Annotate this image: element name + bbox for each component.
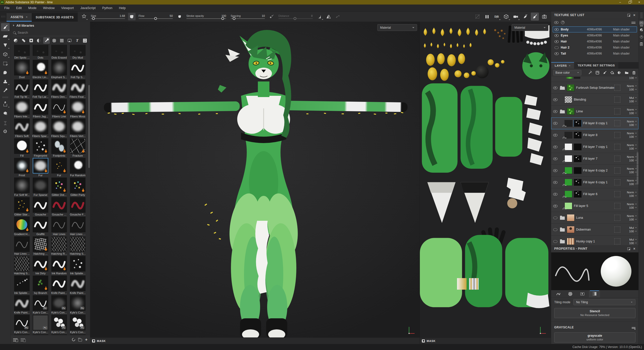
alignment-off-icon[interactable]: [473, 13, 481, 21]
asset-item[interactable]: Felt Tip Lar...: [31, 79, 50, 99]
asset-item[interactable]: Ink Random: [50, 256, 68, 276]
layer-opacity-dropdown[interactable]: 100: [629, 206, 637, 209]
asset-item[interactable]: Glitter Party: [68, 178, 87, 197]
layer-row[interactable]: Fill layer 5Norm100: [551, 200, 638, 212]
layer-row[interactable]: Fill layer 6Norm100: [551, 188, 638, 200]
clone-stamp-tool[interactable]: [1, 77, 10, 85]
viewport-3d[interactable]: Material MASK: [90, 22, 420, 344]
mask-slot[interactable]: [614, 179, 620, 185]
asset-item[interactable]: PsKyle's Con...: [68, 315, 87, 334]
asset-item[interactable]: Dots Erased: [50, 45, 68, 60]
sync-visibility-icon[interactable]: [554, 21, 558, 24]
geometry-fill-tool[interactable]: [1, 50, 10, 58]
shader-settings-icon[interactable]: [639, 28, 644, 32]
asset-item[interactable]: Fur: [50, 158, 68, 178]
asset-item[interactable]: Hair Lines: [50, 217, 68, 236]
layer-opacity-dropdown[interactable]: 100: [629, 88, 637, 91]
asset-item[interactable]: Glitter Star...: [13, 197, 31, 217]
asset-item[interactable]: Fur Sparse: [31, 178, 50, 197]
asset-item[interactable]: Ink Splatte...: [68, 256, 87, 276]
filter-brushes-icon[interactable]: [43, 37, 50, 44]
blend-mode-dropdown[interactable]: Norm: [627, 167, 637, 170]
add-effect-icon[interactable]: [588, 70, 593, 75]
asset-item[interactable]: PsKyle's Con...: [13, 315, 31, 334]
texture-set-row[interactable]: Hair4096x4096Main shader: [553, 38, 637, 45]
spacing-slider[interactable]: [231, 18, 265, 19]
layer-visibility-toggle[interactable]: [553, 169, 557, 172]
layer-row[interactable]: DobermanMul100: [551, 224, 638, 236]
mask-thumbnail[interactable]: [574, 155, 582, 162]
layer-opacity-dropdown[interactable]: 100: [629, 242, 637, 245]
asset-item[interactable]: Hatching R...: [50, 236, 68, 256]
fill-thumbnail[interactable]: [565, 120, 572, 127]
asset-item[interactable]: Fibers Inte...: [13, 99, 31, 119]
search-input[interactable]: [18, 31, 88, 34]
size-slider-group[interactable]: Size1.68: [89, 14, 127, 19]
asset-item[interactable]: [50, 334, 68, 335]
assets-scrollbar[interactable]: [88, 85, 90, 168]
fill-thumbnail[interactable]: [565, 132, 572, 139]
size-falloff-button[interactable]: [128, 13, 136, 20]
filter-smart-materials-icon[interactable]: [20, 37, 27, 44]
asset-item[interactable]: Dry Mud: [68, 45, 87, 60]
blend-mode-dropdown[interactable]: Norm: [627, 132, 637, 135]
asset-item[interactable]: Knife Paint...: [13, 295, 31, 315]
add-asset-icon[interactable]: +: [85, 338, 88, 341]
blend-mode-dropdown[interactable]: Norm: [627, 144, 637, 147]
lazy-mouse-icon[interactable]: [334, 13, 341, 20]
camera-view-icon[interactable]: [512, 13, 520, 21]
asset-item[interactable]: Fill: [13, 138, 31, 158]
layer-visibility-toggle[interactable]: [553, 146, 557, 148]
layer-visibility-toggle[interactable]: [553, 240, 557, 243]
fill-thumbnail[interactable]: [565, 179, 572, 186]
mask-slot[interactable]: [614, 238, 620, 244]
flow-slider[interactable]: [139, 18, 173, 19]
blend-mode-dropdown[interactable]: Mul: [629, 226, 637, 229]
export-tool[interactable]: [1, 100, 10, 108]
asset-item[interactable]: Fracture: [68, 138, 87, 158]
asset-item[interactable]: Gouache: [31, 197, 50, 217]
asset-item[interactable]: Fibers Line: [50, 99, 68, 119]
undock-panel-icon[interactable]: [627, 14, 630, 17]
solo-visibility-icon[interactable]: [561, 21, 565, 24]
asset-item[interactable]: Footprints: [50, 138, 68, 158]
filter-icon[interactable]: [631, 21, 635, 24]
layer-opacity[interactable]: 100: [629, 76, 637, 79]
mask-thumbnail[interactable]: [574, 132, 582, 139]
layer-opacity-dropdown[interactable]: 100: [629, 123, 637, 126]
blend-mode-dropdown[interactable]: Norm: [627, 84, 637, 88]
close-panel-icon[interactable]: ×: [633, 13, 635, 17]
asset-item[interactable]: Knife Paint...: [50, 276, 68, 295]
mask-slot[interactable]: [614, 191, 620, 197]
blend-mode-dropdown[interactable]: Norm: [627, 108, 637, 111]
layer-thumbnail[interactable]: [567, 108, 575, 115]
mask-thumbnail[interactable]: [574, 120, 582, 127]
tab-substance-3d-assets[interactable]: SUBSTANCE 3D ASSETS: [32, 13, 78, 22]
close-tab-icon[interactable]: ×: [26, 15, 27, 19]
asset-item[interactable]: Gradient H...: [13, 217, 31, 236]
asset-item[interactable]: Hatching ...: [31, 236, 50, 256]
texture-set-row[interactable]: Hair 24096x4096Main shader: [553, 45, 637, 51]
section-menu-icon[interactable]: [632, 326, 635, 329]
layer-opacity-dropdown[interactable]: 100: [629, 112, 637, 115]
panel-grip[interactable]: [0, 12, 7, 22]
asset-item[interactable]: Elephant S...: [50, 60, 68, 79]
flow-value[interactable]: 50: [170, 14, 173, 17]
symmetry-icon[interactable]: [325, 13, 332, 20]
bake-textures-tool[interactable]: [1, 109, 10, 117]
viewport-2d[interactable]: Material MASK: [420, 22, 551, 344]
asset-details-view-icon[interactable]: [13, 338, 18, 341]
asset-item[interactable]: Fibers Moss: [68, 99, 87, 119]
polygon-select-tool[interactable]: [1, 59, 10, 67]
menu-window[interactable]: Window: [40, 5, 58, 11]
asset-item[interactable]: Hatching S...: [13, 256, 31, 276]
layer-opacity-dropdown[interactable]: 100: [629, 159, 637, 162]
stencil-resource-button[interactable]: Stencil No Resource Selected: [554, 308, 635, 318]
asset-item[interactable]: Fingerprint: [31, 138, 50, 158]
stroke-opacity-slider-group[interactable]: Stroke opacity100: [185, 14, 228, 19]
asset-item[interactable]: Hair Lines ...: [13, 236, 31, 256]
layer-row[interactable]: BlendingMul100: [551, 94, 638, 106]
flow-falloff-button[interactable]: [176, 13, 183, 20]
layer-visibility-toggle[interactable]: [553, 216, 557, 219]
add-smart-material-icon[interactable]: [595, 70, 600, 75]
